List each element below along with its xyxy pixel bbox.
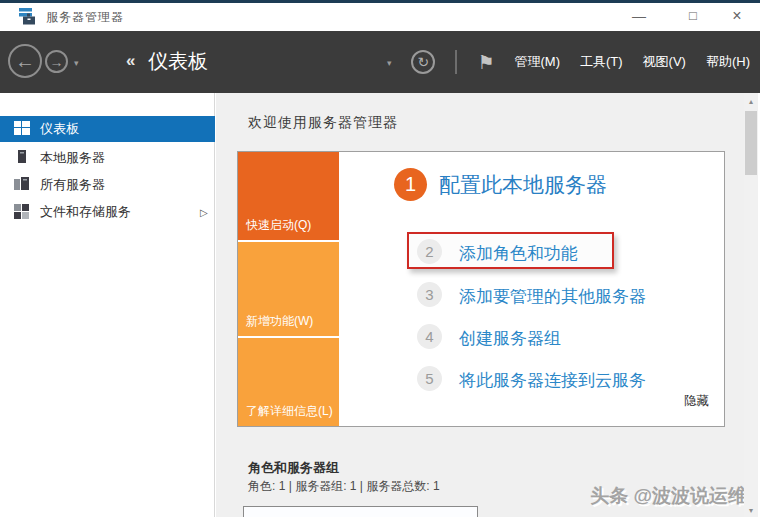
scrollbar-thumb[interactable] bbox=[745, 111, 757, 175]
step-number-badge: 1 bbox=[394, 168, 427, 201]
watermark: 头条 @波波说运维 bbox=[565, 483, 747, 509]
link-add-other-servers[interactable]: 添加要管理的其他服务器 bbox=[459, 285, 646, 308]
roles-section-summary: 角色: 1 | 服务器组: 1 | 服务器总数: 1 bbox=[248, 478, 440, 495]
refresh-icon[interactable]: ↻ bbox=[411, 50, 435, 74]
scope-dropdown-icon[interactable]: ▾ bbox=[387, 58, 392, 68]
history-dropdown-icon[interactable]: ▾ bbox=[74, 58, 79, 68]
sidebar-item-all-servers[interactable]: 所有服务器 bbox=[0, 172, 215, 198]
maximize-button[interactable]: □ bbox=[676, 3, 710, 29]
nav-separator bbox=[455, 50, 457, 74]
tile-learn-more[interactable]: 了解详细信息(L) bbox=[238, 338, 339, 426]
back-icon[interactable]: ← bbox=[8, 44, 42, 78]
navigation-bar: ← → ▾ ‹‹ 仪表板 ▾ ↻ ⚑ 管理(M) 工具(T) 视图(V) 帮助(… bbox=[0, 31, 760, 93]
vertical-scrollbar[interactable]: ▴ ▾ bbox=[744, 93, 758, 517]
menu-view[interactable]: 视图(V) bbox=[643, 53, 686, 71]
step-number-badge: 4 bbox=[417, 324, 442, 349]
sidebar-item-label: 本地服务器 bbox=[40, 149, 105, 167]
tile-label: 快速启动(Q) bbox=[246, 217, 311, 234]
step-number-badge: 3 bbox=[417, 282, 442, 307]
window-title: 服务器管理器 bbox=[46, 9, 124, 26]
server-manager-app-icon bbox=[18, 7, 38, 27]
welcome-panel: 快速启动(Q) 新增功能(W) 了解详细信息(L) 1 配置此本地服务器 2 添… bbox=[237, 151, 725, 427]
sidebar-item-dashboard[interactable]: 仪表板 bbox=[0, 116, 215, 142]
step-number-badge: 5 bbox=[417, 366, 442, 391]
link-add-roles-and-features[interactable]: 添加角色和功能 bbox=[459, 242, 578, 265]
forward-icon[interactable]: → bbox=[45, 50, 68, 73]
menu-help[interactable]: 帮助(H) bbox=[706, 53, 750, 71]
local-server-icon bbox=[14, 150, 30, 168]
step-number-badge: 2 bbox=[417, 239, 442, 264]
tile-label: 了解详细信息(L) bbox=[246, 403, 333, 420]
sidebar-item-label: 文件和存储服务 bbox=[40, 203, 131, 221]
sidebar: 仪表板 本地服务器 所有服务器 bbox=[0, 93, 215, 517]
scroll-up-icon[interactable]: ▴ bbox=[744, 95, 758, 109]
roles-section-title: 角色和服务器组 bbox=[248, 459, 339, 477]
breadcrumb: 仪表板 bbox=[148, 48, 208, 75]
step-configure-local-server: 配置此本地服务器 bbox=[439, 171, 607, 199]
roles-group-box bbox=[243, 506, 478, 517]
tile-whats-new[interactable]: 新增功能(W) bbox=[238, 242, 339, 336]
hide-link[interactable]: 隐藏 bbox=[684, 393, 709, 410]
titlebar: 服务器管理器 — □ × bbox=[0, 3, 760, 31]
sidebar-item-file-storage-services[interactable]: 文件和存储服务 ▷ bbox=[0, 199, 215, 225]
welcome-heading: 欢迎使用服务器管理器 bbox=[248, 114, 398, 132]
expand-chevron-icon[interactable]: ▷ bbox=[200, 207, 208, 218]
link-connect-to-cloud-services[interactable]: 将此服务器连接到云服务 bbox=[459, 369, 646, 392]
server-manager-window: 服务器管理器 — □ × ← → ▾ ‹‹ 仪表板 ▾ ↻ ⚑ 管理(M) 工具… bbox=[0, 0, 760, 517]
file-storage-icon bbox=[14, 204, 30, 222]
tile-quick-start[interactable]: 快速启动(Q) bbox=[238, 152, 339, 240]
dashboard-grid-icon bbox=[14, 121, 30, 138]
close-button[interactable]: × bbox=[720, 3, 754, 29]
breadcrumb-chevrons-icon: ‹‹ bbox=[126, 51, 133, 71]
menu-manage[interactable]: 管理(M) bbox=[515, 53, 561, 71]
tile-label: 新增功能(W) bbox=[246, 313, 313, 330]
menu-tools[interactable]: 工具(T) bbox=[580, 53, 623, 71]
sidebar-item-label: 所有服务器 bbox=[40, 176, 105, 194]
link-create-server-group[interactable]: 创建服务器组 bbox=[459, 327, 561, 350]
scroll-down-icon[interactable]: ▾ bbox=[744, 504, 758, 517]
sidebar-item-local-server[interactable]: 本地服务器 bbox=[0, 145, 215, 171]
all-servers-icon bbox=[14, 177, 30, 195]
minimize-button[interactable]: — bbox=[622, 3, 656, 29]
sidebar-item-label: 仪表板 bbox=[40, 120, 79, 138]
notifications-flag-icon[interactable]: ⚑ bbox=[477, 51, 494, 74]
